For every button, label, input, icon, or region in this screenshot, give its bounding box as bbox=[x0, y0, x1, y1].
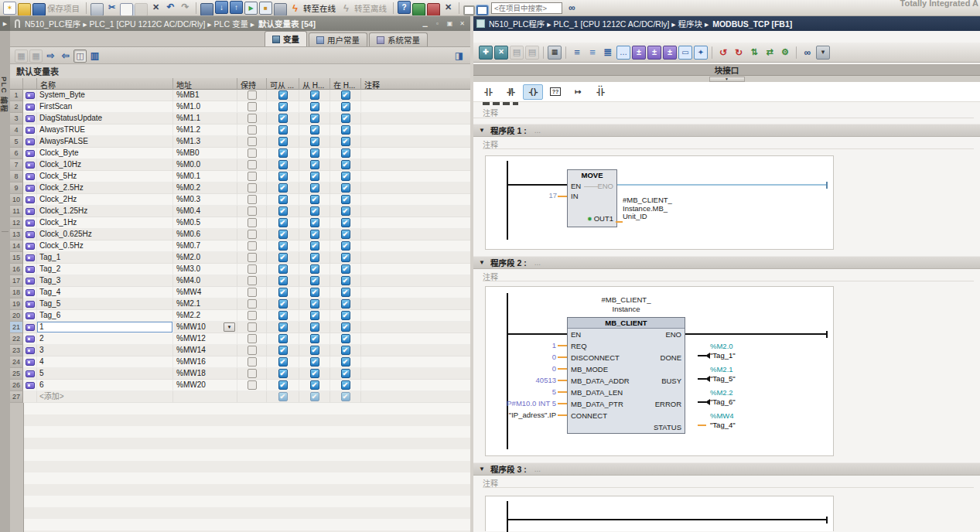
comment-cell[interactable] bbox=[361, 322, 470, 333]
tab[interactable]: 变量 bbox=[265, 31, 307, 46]
collapse-triangle-icon[interactable]: ▼ bbox=[473, 127, 490, 134]
tag-address-cell[interactable]: %M0.3▼ bbox=[173, 194, 237, 206]
toolbar-separator[interactable] bbox=[543, 46, 544, 59]
float-button[interactable]: ▫ bbox=[432, 20, 442, 27]
retain-checkbox[interactable] bbox=[248, 357, 257, 367]
table-row[interactable]: 27 <添加> ▼ bbox=[10, 391, 470, 403]
table-row[interactable]: 11 Clock_1.25Hz %M0.4▼ bbox=[10, 206, 470, 217]
retain-cell[interactable] bbox=[237, 240, 267, 252]
network-3-canvas[interactable] bbox=[485, 496, 834, 531]
visible-checkbox[interactable] bbox=[341, 264, 350, 274]
tag-name-cell[interactable]: AlwaysFALSE bbox=[37, 136, 173, 148]
accessible-checkbox[interactable] bbox=[278, 183, 288, 193]
import-icon[interactable]: ⇦ bbox=[59, 49, 72, 63]
open-block-icon[interactable]: ▤ bbox=[510, 46, 524, 60]
tag-address-cell[interactable]: %M2.2▼ bbox=[173, 310, 237, 322]
tag-address-cell[interactable]: %MW16▼ bbox=[173, 356, 237, 368]
retain-cell[interactable] bbox=[237, 159, 267, 171]
retain-checkbox[interactable] bbox=[248, 90, 257, 100]
input-value[interactable]: 5 bbox=[486, 386, 567, 397]
retain-cell[interactable] bbox=[237, 206, 267, 217]
tag-name-cell[interactable]: Tag_6 bbox=[37, 310, 173, 322]
writable-checkbox[interactable] bbox=[310, 172, 319, 181]
accessible-checkbox[interactable] bbox=[278, 172, 288, 181]
visible-checkbox[interactable] bbox=[341, 183, 350, 193]
header-accessible[interactable]: 可从 ... bbox=[267, 78, 299, 90]
tag-address-cell[interactable]: %MW10▼ bbox=[173, 322, 237, 333]
retain-checkbox[interactable] bbox=[248, 369, 257, 378]
tag-name-cell[interactable]: Tag_4 bbox=[37, 287, 173, 298]
writable-checkbox[interactable] bbox=[310, 183, 319, 193]
visible-cell[interactable] bbox=[330, 298, 361, 310]
visible-cell[interactable] bbox=[330, 113, 361, 124]
visible-checkbox[interactable] bbox=[341, 148, 350, 158]
retain-cell[interactable] bbox=[237, 333, 267, 345]
accessible-cell[interactable] bbox=[267, 124, 299, 136]
collapse-panel-icon[interactable]: ◨ bbox=[452, 49, 466, 62]
comment-cell[interactable] bbox=[361, 148, 470, 159]
insert-network-icon[interactable]: ✚ bbox=[479, 46, 493, 60]
collapse-triangle-icon[interactable]: ▼ bbox=[473, 466, 490, 472]
visible-checkbox[interactable] bbox=[341, 160, 350, 169]
writable-checkbox[interactable] bbox=[310, 392, 319, 401]
table-row[interactable]: 1 System_Byte %MB1▼ bbox=[10, 90, 470, 101]
retain-checkbox[interactable] bbox=[248, 218, 257, 227]
expand-networks-icon[interactable]: ≡ bbox=[570, 46, 584, 60]
accessible-checkbox[interactable] bbox=[278, 195, 288, 204]
writable-cell[interactable] bbox=[299, 101, 330, 113]
table-row[interactable]: 13 Clock_0.625Hz %M0.6▼ bbox=[10, 229, 470, 240]
network-2-header[interactable]: ▼ 程序段 2 : ... bbox=[473, 256, 980, 269]
writable-checkbox[interactable] bbox=[310, 241, 319, 251]
comment-cell[interactable] bbox=[361, 310, 470, 322]
visible-checkbox[interactable] bbox=[341, 346, 350, 355]
go-online-button[interactable]: 转至在线 bbox=[303, 2, 336, 14]
accessible-cell[interactable] bbox=[267, 356, 299, 368]
writable-cell[interactable] bbox=[299, 333, 330, 345]
retain-cell[interactable] bbox=[237, 194, 267, 206]
retain-cell[interactable] bbox=[237, 391, 267, 403]
visible-cell[interactable] bbox=[330, 171, 361, 182]
writable-cell[interactable] bbox=[299, 287, 330, 298]
writable-cell[interactable] bbox=[299, 90, 330, 101]
tag-name-cell[interactable]: Tag_5 bbox=[37, 298, 173, 310]
tag-name-cell[interactable]: 2 bbox=[37, 333, 173, 345]
writable-cell[interactable] bbox=[299, 171, 330, 182]
comment-cell[interactable] bbox=[361, 217, 470, 229]
boxes-toggle-icon[interactable]: ± bbox=[647, 46, 661, 60]
accessible-checkbox[interactable] bbox=[278, 230, 288, 239]
favorites-toggle-icon[interactable]: ± bbox=[632, 46, 646, 60]
visible-checkbox[interactable] bbox=[341, 392, 350, 401]
network-title-placeholder[interactable]: ... bbox=[534, 465, 541, 473]
accessible-checkbox[interactable] bbox=[278, 218, 288, 227]
visible-checkbox[interactable] bbox=[341, 380, 350, 390]
input-value[interactable]: 40513 bbox=[486, 374, 567, 386]
tag-address-cell[interactable]: %MW12▼ bbox=[173, 333, 237, 345]
network-1-header[interactable]: ▼ 程序段 1 : ... bbox=[473, 124, 980, 137]
visible-cell[interactable] bbox=[330, 322, 361, 333]
accessible-cell[interactable] bbox=[267, 287, 299, 298]
export-icon[interactable]: ⇨ bbox=[44, 49, 57, 63]
writable-checkbox[interactable] bbox=[310, 125, 319, 135]
accessible-checkbox[interactable] bbox=[278, 276, 288, 285]
table-row[interactable]: 3 DiagStatusUpdate %M1.1▼ bbox=[10, 113, 470, 124]
split-horizontal-icon[interactable] bbox=[463, 5, 475, 15]
go-offline-button[interactable]: 转至离线 bbox=[354, 2, 387, 14]
retain-checkbox[interactable] bbox=[248, 137, 257, 146]
writable-cell[interactable] bbox=[299, 252, 330, 264]
visible-checkbox[interactable] bbox=[341, 114, 350, 123]
retain-checkbox[interactable] bbox=[248, 346, 257, 355]
accessible-cell[interactable] bbox=[267, 275, 299, 287]
tab[interactable]: 系统常量 bbox=[369, 32, 428, 46]
retain-checkbox[interactable] bbox=[248, 299, 257, 309]
writable-checkbox[interactable] bbox=[310, 346, 319, 355]
writable-cell[interactable] bbox=[299, 380, 330, 391]
tag-address-cell[interactable]: %M3.0▼ bbox=[173, 264, 237, 275]
visible-checkbox[interactable] bbox=[341, 276, 350, 285]
stop-runtime-icon[interactable] bbox=[427, 3, 440, 16]
visible-cell[interactable] bbox=[330, 391, 361, 403]
retain-cell[interactable] bbox=[237, 322, 267, 333]
accessible-checkbox[interactable] bbox=[278, 322, 288, 332]
accessible-checkbox[interactable] bbox=[278, 380, 288, 390]
comment-cell[interactable] bbox=[361, 113, 470, 124]
move-in-value[interactable]: 17 bbox=[486, 191, 557, 200]
